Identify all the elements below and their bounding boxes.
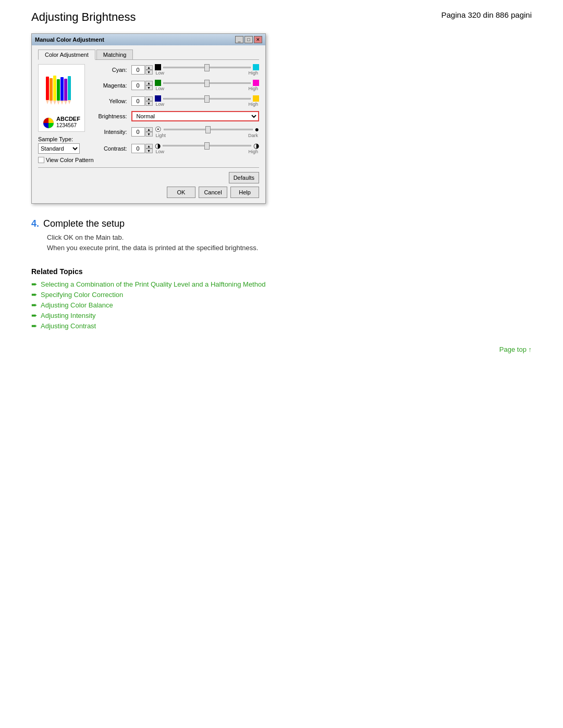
magenta-slider-row: Magenta: 0 ▲ ▼ bbox=[98, 80, 259, 91]
related-link-4-text[interactable]: Adjusting Intensity bbox=[41, 312, 96, 319]
brightness-label: Brightness: bbox=[98, 113, 129, 119]
magenta-slider-labels: Low High bbox=[155, 86, 259, 91]
magenta-down-arrow[interactable]: ▼ bbox=[145, 85, 153, 90]
yellow-value[interactable]: 0 bbox=[131, 96, 145, 106]
related-link-5: ➨ Adjusting Contrast bbox=[31, 322, 532, 330]
cyan-up-arrow[interactable]: ▲ bbox=[145, 65, 153, 70]
contrast-down-arrow[interactable]: ▼ bbox=[145, 149, 153, 153]
dialog-wrapper: Manual Color Adjustment _ □ ✕ Color Adju… bbox=[31, 33, 532, 204]
cyan-right-color bbox=[253, 64, 259, 70]
related-link-3: ➨ Adjusting Color Balance bbox=[31, 301, 532, 309]
contrast-slider-labels: Low High bbox=[155, 149, 259, 154]
contrast-track-row: ◑ ◑ bbox=[155, 142, 259, 149]
related-link-1-text[interactable]: Selecting a Combination of the Print Qua… bbox=[41, 280, 265, 288]
sample-type-select[interactable]: Standard Portrait bbox=[38, 143, 80, 154]
minimize-button[interactable]: _ bbox=[235, 36, 243, 43]
tab-matching[interactable]: Matching bbox=[96, 50, 133, 59]
related-link-1: ➨ Selecting a Combination of the Print Q… bbox=[31, 280, 532, 288]
svg-rect-5 bbox=[64, 79, 67, 101]
related-link-3-text[interactable]: Adjusting Color Balance bbox=[41, 301, 113, 309]
related-link-2-text[interactable]: Specifying Color Correction bbox=[41, 291, 123, 299]
close-button[interactable]: ✕ bbox=[254, 36, 262, 43]
brightness-row: Brightness: Normal Light +1 Light +2 Dar… bbox=[98, 111, 259, 121]
page-top-section: Page top ↑ bbox=[31, 346, 532, 353]
intensity-thumb[interactable] bbox=[205, 126, 211, 133]
svg-rect-4 bbox=[60, 77, 64, 101]
intensity-right-icon: ● bbox=[255, 126, 259, 133]
yellow-label: Yellow: bbox=[98, 98, 129, 104]
step-4-body: Click OK on the Main tab. When you execu… bbox=[47, 232, 532, 253]
titlebar-controls: _ □ ✕ bbox=[235, 36, 262, 43]
magenta-label: Magenta: bbox=[98, 82, 129, 89]
dialog-tabs: Color Adjustment Matching bbox=[38, 50, 259, 60]
step-4-line2: When you execute print, the data is prin… bbox=[47, 243, 532, 253]
dialog-title: Manual Color Adjustment bbox=[35, 36, 104, 43]
contrast-value[interactable]: 0 bbox=[131, 144, 145, 153]
svg-rect-0 bbox=[46, 77, 49, 100]
intensity-label: Intensity: bbox=[98, 129, 129, 135]
contrast-label: Contrast: bbox=[98, 145, 129, 152]
cyan-slider-labels: Low High bbox=[155, 70, 259, 76]
magenta-track[interactable] bbox=[163, 82, 251, 84]
yellow-track-row bbox=[155, 95, 259, 102]
cyan-down-arrow[interactable]: ▼ bbox=[145, 70, 153, 75]
intensity-slider-row: Intensity: 0 ▲ ▼ ☉ bbox=[98, 126, 259, 138]
yellow-up-arrow[interactable]: ▲ bbox=[145, 96, 153, 101]
yellow-arrows: ▲ ▼ bbox=[145, 96, 153, 106]
yellow-down-arrow[interactable]: ▼ bbox=[145, 101, 153, 106]
intensity-track-row: ☉ ● bbox=[155, 126, 259, 133]
svg-marker-7 bbox=[46, 100, 49, 104]
yellow-right-color bbox=[253, 95, 259, 102]
color-wheel-icon bbox=[43, 117, 54, 129]
help-button[interactable]: Help bbox=[230, 187, 259, 198]
cyan-thumb[interactable] bbox=[204, 64, 210, 71]
related-link-5-text[interactable]: Adjusting Contrast bbox=[41, 322, 96, 330]
dialog-right-panel: Cyan: 0 ▲ ▼ bbox=[98, 64, 259, 163]
contrast-up-arrow[interactable]: ▲ bbox=[145, 144, 153, 149]
brightness-select[interactable]: Normal Light +1 Light +2 Dark -1 Dark -2 bbox=[131, 111, 259, 121]
dialog-window: Manual Color Adjustment _ □ ✕ Color Adju… bbox=[31, 33, 266, 204]
yellow-left-color bbox=[155, 95, 161, 102]
contrast-track[interactable] bbox=[163, 145, 251, 146]
step-4-line1: Click OK on the Main tab. bbox=[47, 232, 532, 243]
restore-button[interactable]: □ bbox=[244, 36, 253, 43]
yellow-track[interactable] bbox=[163, 98, 251, 100]
step-4-number: 4. bbox=[31, 218, 39, 229]
magenta-value[interactable]: 0 bbox=[131, 81, 145, 90]
view-color-pattern-checkbox[interactable] bbox=[38, 157, 44, 163]
cyan-left-color bbox=[155, 64, 161, 70]
dialog-body: Color Adjustment Matching bbox=[32, 45, 265, 203]
intensity-track[interactable] bbox=[164, 129, 253, 130]
svg-rect-1 bbox=[50, 78, 53, 101]
page-title: Adjusting Brightness bbox=[31, 10, 136, 24]
intensity-up-arrow[interactable]: ▲ bbox=[145, 127, 153, 132]
step-4-heading: 4. Complete the setup bbox=[31, 218, 532, 229]
tab-color-adjustment[interactable]: Color Adjustment bbox=[38, 50, 95, 60]
magenta-left-color bbox=[155, 80, 161, 86]
cyan-spinner: 0 ▲ ▼ bbox=[131, 65, 153, 75]
cancel-button[interactable]: Cancel bbox=[199, 187, 227, 198]
dialog-action-buttons: OK Cancel Help bbox=[38, 187, 259, 198]
page-top-link[interactable]: Page top ↑ bbox=[499, 346, 532, 353]
yellow-thumb[interactable] bbox=[204, 95, 210, 103]
cyan-value[interactable]: 0 bbox=[131, 65, 145, 75]
contrast-thumb[interactable] bbox=[204, 142, 210, 150]
defaults-button[interactable]: Defaults bbox=[229, 172, 259, 183]
svg-marker-11 bbox=[60, 101, 64, 105]
ok-button[interactable]: OK bbox=[167, 187, 195, 198]
svg-marker-9 bbox=[53, 101, 56, 105]
magenta-up-arrow[interactable]: ▲ bbox=[145, 81, 153, 85]
magenta-thumb[interactable] bbox=[204, 80, 210, 87]
intensity-slider-labels: Light Dark bbox=[155, 133, 259, 138]
arrow-icon-1: ➨ bbox=[31, 280, 38, 288]
contrast-slider-row: Contrast: 0 ▲ ▼ ◑ bbox=[98, 142, 259, 154]
svg-marker-13 bbox=[68, 100, 71, 104]
cyan-track-row bbox=[155, 64, 259, 70]
contrast-left-icon: ◑ bbox=[155, 142, 161, 149]
related-topics-section: Related Topics ➨ Selecting a Combination… bbox=[31, 267, 532, 330]
contrast-right-icon: ◑ bbox=[253, 142, 259, 149]
intensity-down-arrow[interactable]: ▼ bbox=[145, 132, 153, 137]
intensity-value[interactable]: 0 bbox=[131, 127, 145, 137]
cyan-arrows: ▲ ▼ bbox=[145, 65, 153, 75]
cyan-track[interactable] bbox=[163, 67, 251, 68]
